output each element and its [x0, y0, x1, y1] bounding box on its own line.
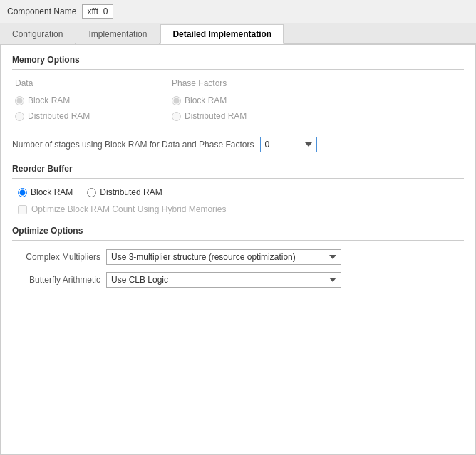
- butterfly-arithmetic-select[interactable]: Use CLB Logic Use DSPs: [106, 272, 341, 288]
- optimize-checkbox-label: Optimize Block RAM Count Using Hybrid Me…: [31, 204, 226, 214]
- phase-block-ram-option: Block RAM: [169, 95, 326, 105]
- reorder-block-ram-radio[interactable]: [18, 188, 27, 197]
- reorder-buffer-section: Reorder Buffer Block RAM Distributed RAM…: [12, 164, 464, 214]
- stages-select[interactable]: 0 1 2 3 4 5 6: [260, 137, 317, 152]
- optimize-checkbox-row: Optimize Block RAM Count Using Hybrid Me…: [12, 204, 464, 214]
- tab-configuration[interactable]: Configuration: [0, 24, 75, 44]
- optimize-options-section: Optimize Options Complex Multipliers Use…: [12, 226, 464, 288]
- data-distributed-ram-radio[interactable]: [15, 112, 24, 121]
- complex-multipliers-row: Complex Multipliers Use 3-multiplier str…: [12, 249, 464, 265]
- phase-block-ram-label: Block RAM: [185, 95, 227, 105]
- data-block-ram-option: Block RAM: [12, 95, 169, 105]
- memory-options-section: Memory Options Data Block RAM Distribute…: [12, 55, 464, 152]
- optimize-divider: [12, 240, 464, 241]
- phase-factors-column-header: Phase Factors: [169, 78, 326, 88]
- memory-divider: [12, 69, 464, 70]
- reorder-divider: [12, 178, 464, 179]
- phase-factors-column: Phase Factors Block RAM Distributed RAM: [169, 78, 326, 127]
- memory-options-title: Memory Options: [12, 55, 464, 65]
- data-block-ram-label: Block RAM: [28, 95, 70, 105]
- reorder-block-ram-label: Block RAM: [31, 187, 73, 197]
- reorder-distributed-ram-radio[interactable]: [87, 188, 96, 197]
- memory-columns: Data Block RAM Distributed RAM Phase Fac…: [12, 78, 464, 127]
- component-name-bar: Component Name xfft_0: [0, 0, 476, 23]
- optimize-checkbox[interactable]: [18, 205, 27, 214]
- component-name-label: Component Name: [7, 6, 76, 16]
- butterfly-arithmetic-label: Butterfly Arithmetic: [15, 275, 100, 285]
- stages-label: Number of stages using Block RAM for Dat…: [12, 140, 254, 150]
- data-block-ram-radio[interactable]: [15, 96, 24, 105]
- tab-detailed-implementation[interactable]: Detailed Implementation: [160, 24, 284, 44]
- phase-block-ram-radio[interactable]: [172, 96, 181, 105]
- component-name-value: xfft_0: [82, 4, 113, 19]
- reorder-block-ram-option: Block RAM: [18, 187, 73, 197]
- optimize-options-title: Optimize Options: [12, 226, 464, 236]
- complex-multipliers-select[interactable]: Use 3-multiplier structure (resource opt…: [106, 249, 341, 265]
- reorder-buffer-title: Reorder Buffer: [12, 164, 464, 174]
- stages-row: Number of stages using Block RAM for Dat…: [12, 137, 464, 152]
- data-column: Data Block RAM Distributed RAM: [12, 78, 169, 127]
- data-distributed-ram-option: Distributed RAM: [12, 111, 169, 121]
- tab-implementation[interactable]: Implementation: [76, 24, 159, 44]
- reorder-radio-row: Block RAM Distributed RAM: [12, 187, 464, 197]
- tabs-bar: Configuration Implementation Detailed Im…: [0, 23, 476, 44]
- phase-distributed-ram-label: Distributed RAM: [185, 111, 247, 121]
- data-column-header: Data: [12, 78, 169, 88]
- complex-multipliers-label: Complex Multipliers: [15, 252, 100, 262]
- reorder-distributed-ram-option: Distributed RAM: [87, 187, 162, 197]
- main-content: Memory Options Data Block RAM Distribute…: [0, 44, 476, 455]
- phase-distributed-ram-radio[interactable]: [172, 112, 181, 121]
- butterfly-arithmetic-row: Butterfly Arithmetic Use CLB Logic Use D…: [12, 272, 464, 288]
- data-distributed-ram-label: Distributed RAM: [28, 111, 90, 121]
- reorder-distributed-ram-label: Distributed RAM: [100, 187, 162, 197]
- phase-distributed-ram-option: Distributed RAM: [169, 111, 326, 121]
